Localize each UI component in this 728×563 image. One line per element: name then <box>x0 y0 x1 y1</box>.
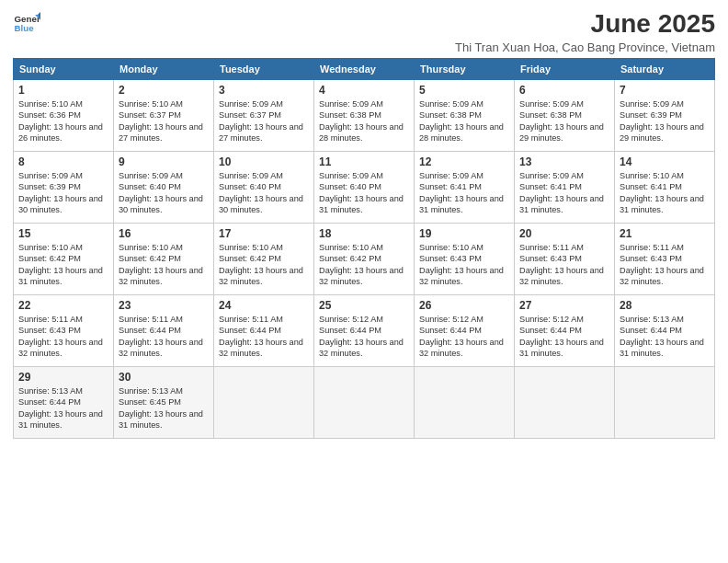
col-friday: Friday <box>515 59 615 80</box>
table-row: 10 Sunrise: 5:09 AM Sunset: 6:40 PM Dayl… <box>214 152 314 224</box>
logo: General Blue <box>13 9 40 37</box>
day-info: Sunrise: 5:11 AM Sunset: 6:44 PM Dayligh… <box>219 314 309 360</box>
day-number: 15 <box>18 227 108 240</box>
table-row: 17 Sunrise: 5:10 AM Sunset: 6:42 PM Dayl… <box>214 224 314 295</box>
table-row: 25 Sunrise: 5:12 AM Sunset: 6:44 PM Dayl… <box>314 295 415 367</box>
table-row: 15 Sunrise: 5:10 AM Sunset: 6:42 PM Dayl… <box>14 224 114 295</box>
col-sunday: Sunday <box>14 59 114 80</box>
table-row: 6 Sunrise: 5:09 AM Sunset: 6:38 PM Dayli… <box>515 80 615 152</box>
table-row: 30 Sunrise: 5:13 AM Sunset: 6:45 PM Dayl… <box>114 367 214 439</box>
day-number: 23 <box>119 299 209 312</box>
calendar-week-row: 1 Sunrise: 5:10 AM Sunset: 6:36 PM Dayli… <box>14 80 715 152</box>
table-row: 9 Sunrise: 5:09 AM Sunset: 6:40 PM Dayli… <box>114 152 214 224</box>
day-number: 24 <box>219 299 309 312</box>
title-block: June 2025 Thi Tran Xuan Hoa, Cao Bang Pr… <box>455 9 715 54</box>
day-number: 27 <box>519 299 609 312</box>
day-info: Sunrise: 5:09 AM Sunset: 6:41 PM Dayligh… <box>519 170 609 216</box>
day-info: Sunrise: 5:10 AM Sunset: 6:43 PM Dayligh… <box>419 242 509 288</box>
day-number: 25 <box>319 299 409 312</box>
day-info: Sunrise: 5:10 AM Sunset: 6:42 PM Dayligh… <box>219 242 309 288</box>
col-thursday: Thursday <box>415 59 515 80</box>
day-number: 4 <box>319 84 409 97</box>
svg-text:Blue: Blue <box>15 23 35 33</box>
day-number: 30 <box>119 371 209 384</box>
table-row <box>615 367 715 439</box>
day-info: Sunrise: 5:09 AM Sunset: 6:41 PM Dayligh… <box>419 170 509 216</box>
day-info: Sunrise: 5:13 AM Sunset: 6:44 PM Dayligh… <box>18 385 108 431</box>
table-row: 8 Sunrise: 5:09 AM Sunset: 6:39 PM Dayli… <box>14 152 114 224</box>
col-saturday: Saturday <box>615 59 715 80</box>
table-row <box>415 367 515 439</box>
calendar-table: Sunday Monday Tuesday Wednesday Thursday… <box>13 58 715 439</box>
table-row: 21 Sunrise: 5:11 AM Sunset: 6:43 PM Dayl… <box>615 224 715 295</box>
day-number: 29 <box>18 371 108 384</box>
main-title: June 2025 <box>455 9 715 39</box>
day-number: 11 <box>319 155 409 168</box>
day-info: Sunrise: 5:11 AM Sunset: 6:43 PM Dayligh… <box>18 314 108 360</box>
day-info: Sunrise: 5:10 AM Sunset: 6:42 PM Dayligh… <box>319 242 409 288</box>
table-row: 5 Sunrise: 5:09 AM Sunset: 6:38 PM Dayli… <box>415 80 515 152</box>
day-number: 12 <box>419 155 509 168</box>
table-row: 16 Sunrise: 5:10 AM Sunset: 6:42 PM Dayl… <box>114 224 214 295</box>
table-row <box>515 367 615 439</box>
table-row: 18 Sunrise: 5:10 AM Sunset: 6:42 PM Dayl… <box>314 224 415 295</box>
logo-icon: General Blue <box>13 9 40 37</box>
day-info: Sunrise: 5:11 AM Sunset: 6:43 PM Dayligh… <box>620 242 710 288</box>
day-number: 8 <box>18 155 108 168</box>
table-row: 19 Sunrise: 5:10 AM Sunset: 6:43 PM Dayl… <box>415 224 515 295</box>
table-row: 1 Sunrise: 5:10 AM Sunset: 6:36 PM Dayli… <box>14 80 114 152</box>
table-row: 2 Sunrise: 5:10 AM Sunset: 6:37 PM Dayli… <box>114 80 214 152</box>
day-info: Sunrise: 5:09 AM Sunset: 6:40 PM Dayligh… <box>319 170 409 216</box>
subtitle: Thi Tran Xuan Hoa, Cao Bang Province, Vi… <box>455 40 715 54</box>
table-row <box>314 367 415 439</box>
day-info: Sunrise: 5:09 AM Sunset: 6:38 PM Dayligh… <box>519 98 609 144</box>
day-number: 5 <box>419 84 509 97</box>
table-row: 13 Sunrise: 5:09 AM Sunset: 6:41 PM Dayl… <box>515 152 615 224</box>
day-number: 1 <box>18 84 108 97</box>
calendar-week-row: 22 Sunrise: 5:11 AM Sunset: 6:43 PM Dayl… <box>14 295 715 367</box>
table-row: 4 Sunrise: 5:09 AM Sunset: 6:38 PM Dayli… <box>314 80 415 152</box>
day-number: 10 <box>219 155 309 168</box>
day-info: Sunrise: 5:09 AM Sunset: 6:40 PM Dayligh… <box>119 170 209 216</box>
day-number: 22 <box>18 299 108 312</box>
col-tuesday: Tuesday <box>214 59 314 80</box>
day-info: Sunrise: 5:13 AM Sunset: 6:45 PM Dayligh… <box>119 385 209 431</box>
table-row: 3 Sunrise: 5:09 AM Sunset: 6:37 PM Dayli… <box>214 80 314 152</box>
day-number: 6 <box>519 84 609 97</box>
page: General Blue June 2025 Thi Tran Xuan Hoa… <box>0 0 728 563</box>
day-info: Sunrise: 5:11 AM Sunset: 6:43 PM Dayligh… <box>519 242 609 288</box>
day-number: 20 <box>519 227 609 240</box>
day-number: 28 <box>620 299 710 312</box>
day-info: Sunrise: 5:13 AM Sunset: 6:44 PM Dayligh… <box>620 314 710 360</box>
day-info: Sunrise: 5:12 AM Sunset: 6:44 PM Dayligh… <box>419 314 509 360</box>
day-info: Sunrise: 5:09 AM Sunset: 6:39 PM Dayligh… <box>18 170 108 216</box>
table-row: 29 Sunrise: 5:13 AM Sunset: 6:44 PM Dayl… <box>14 367 114 439</box>
day-number: 17 <box>219 227 309 240</box>
day-info: Sunrise: 5:10 AM Sunset: 6:36 PM Dayligh… <box>18 98 108 144</box>
day-info: Sunrise: 5:09 AM Sunset: 6:38 PM Dayligh… <box>419 98 509 144</box>
table-row: 24 Sunrise: 5:11 AM Sunset: 6:44 PM Dayl… <box>214 295 314 367</box>
calendar-week-row: 8 Sunrise: 5:09 AM Sunset: 6:39 PM Dayli… <box>14 152 715 224</box>
table-row: 20 Sunrise: 5:11 AM Sunset: 6:43 PM Dayl… <box>515 224 615 295</box>
day-number: 19 <box>419 227 509 240</box>
day-number: 14 <box>620 155 710 168</box>
calendar-week-row: 29 Sunrise: 5:13 AM Sunset: 6:44 PM Dayl… <box>14 367 715 439</box>
calendar-header-row: Sunday Monday Tuesday Wednesday Thursday… <box>14 59 715 80</box>
day-number: 2 <box>119 84 209 97</box>
table-row: 12 Sunrise: 5:09 AM Sunset: 6:41 PM Dayl… <box>415 152 515 224</box>
day-number: 26 <box>419 299 509 312</box>
day-number: 13 <box>519 155 609 168</box>
day-info: Sunrise: 5:11 AM Sunset: 6:44 PM Dayligh… <box>119 314 209 360</box>
col-wednesday: Wednesday <box>314 59 415 80</box>
day-info: Sunrise: 5:10 AM Sunset: 6:37 PM Dayligh… <box>119 98 209 144</box>
table-row: 7 Sunrise: 5:09 AM Sunset: 6:39 PM Dayli… <box>615 80 715 152</box>
table-row: 22 Sunrise: 5:11 AM Sunset: 6:43 PM Dayl… <box>14 295 114 367</box>
day-number: 3 <box>219 84 309 97</box>
day-info: Sunrise: 5:12 AM Sunset: 6:44 PM Dayligh… <box>319 314 409 360</box>
day-info: Sunrise: 5:09 AM Sunset: 6:37 PM Dayligh… <box>219 98 309 144</box>
table-row: 23 Sunrise: 5:11 AM Sunset: 6:44 PM Dayl… <box>114 295 214 367</box>
day-number: 9 <box>119 155 209 168</box>
table-row <box>214 367 314 439</box>
col-monday: Monday <box>114 59 214 80</box>
header: General Blue June 2025 Thi Tran Xuan Hoa… <box>13 9 715 54</box>
